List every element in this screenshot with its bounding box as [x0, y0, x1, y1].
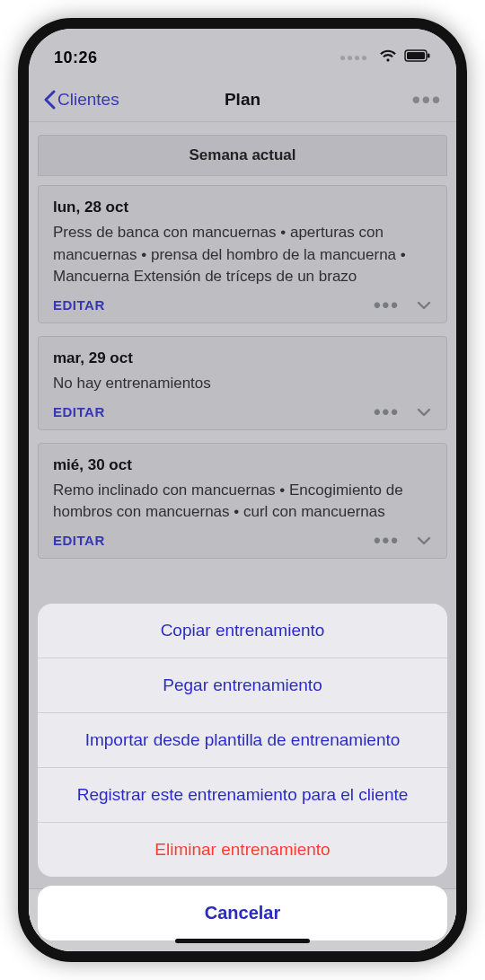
- sheet-cancel-button[interactable]: Cancelar: [38, 886, 447, 940]
- sheet-paste-workout[interactable]: Pegar entrenamiento: [38, 658, 447, 713]
- home-indicator: [175, 939, 310, 943]
- device-frame: 10:26 Clientes Plan ••• Semana actual: [18, 18, 467, 962]
- sheet-copy-workout[interactable]: Copiar entrenamiento: [38, 604, 447, 658]
- sheet-log-for-client[interactable]: Registrar este entrenamiento para el cli…: [38, 768, 447, 823]
- sheet-import-template[interactable]: Importar desde plantilla de entrenamient…: [38, 713, 447, 768]
- sheet-delete-workout[interactable]: Eliminar entrenamiento: [38, 823, 447, 877]
- action-sheet: Copiar entrenamiento Pegar entrenamiento…: [38, 604, 447, 877]
- action-sheet-backdrop[interactable]: Copiar entrenamiento Pegar entrenamiento…: [29, 29, 456, 951]
- screen: 10:26 Clientes Plan ••• Semana actual: [29, 29, 456, 951]
